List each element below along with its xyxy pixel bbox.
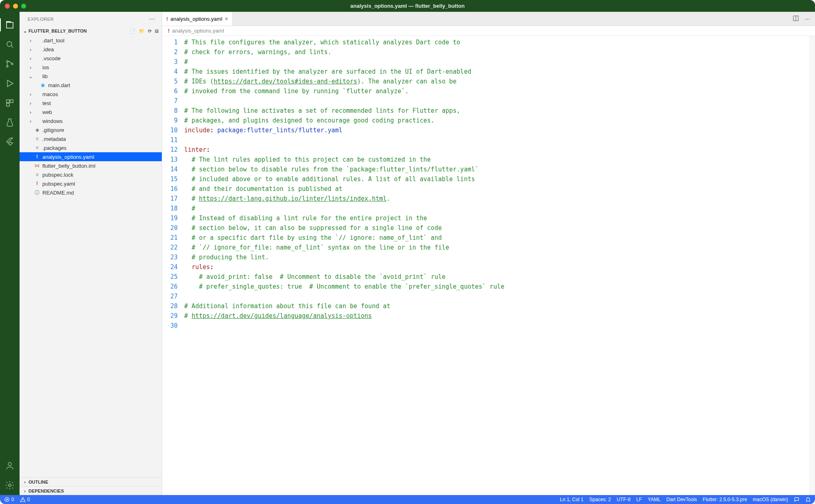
search-activity-icon[interactable]	[0, 35, 20, 54]
tree-item-analysis-options-yaml[interactable]: !analysis_options.yaml	[20, 152, 162, 161]
code-line[interactable]: # section below, it can also be suppress…	[184, 223, 815, 233]
code-line[interactable]: # or a specific dart file by using the `…	[184, 233, 815, 243]
code-line[interactable]	[184, 321, 815, 331]
tree-item-pubspec-lock[interactable]: ≡pubspec.lock	[20, 170, 162, 179]
code-line[interactable]	[184, 96, 815, 106]
tree-item-windows[interactable]: ›windows	[20, 116, 162, 125]
tree-item-test[interactable]: ›test	[20, 99, 162, 107]
status-feedback-icon[interactable]	[794, 497, 800, 502]
sidebar-more-icon[interactable]: ⋯	[149, 15, 156, 23]
tree-item--idea[interactable]: ›.idea	[20, 45, 162, 54]
status-errors[interactable]: 0	[4, 497, 14, 502]
code-line[interactable]: # avoid_print: false # Uncomment to disa…	[184, 272, 815, 282]
code-line[interactable]: linter:	[184, 145, 815, 155]
code-line[interactable]: include: package:flutter_lints/flutter.y…	[184, 125, 815, 135]
new-folder-icon[interactable]: 📁	[139, 28, 145, 34]
code-line[interactable]	[184, 135, 815, 145]
file-tree[interactable]: ›.dart_tool›.idea›.vscode›ios⌄lib◉main.d…	[20, 36, 162, 477]
line-number: 28	[170, 301, 178, 311]
tree-item--gitignore[interactable]: ◆.gitignore	[20, 125, 162, 134]
code-line[interactable]: # `// ignore_for_file: name_of_lint` syn…	[184, 243, 815, 252]
code-line[interactable]: #	[184, 57, 815, 67]
code-line[interactable]: # invoked from the command line by runni…	[184, 86, 815, 96]
source-control-activity-icon[interactable]	[0, 54, 20, 74]
status-bell-icon[interactable]	[805, 497, 811, 502]
code-line[interactable]: # https://dart.dev/guides/language/analy…	[184, 311, 815, 321]
tree-item-pubspec-yaml[interactable]: !pubspec.yaml	[20, 179, 162, 188]
close-tab-icon[interactable]: ×	[225, 15, 228, 22]
code-line[interactable]: # The issues identified by the analyzer …	[184, 67, 815, 77]
code-line[interactable]	[184, 291, 815, 301]
breadcrumb-item[interactable]: analysis_options.yaml	[172, 28, 224, 34]
line-number: 24	[170, 262, 178, 272]
new-file-icon[interactable]: 📄	[130, 28, 136, 34]
explorer-activity-icon[interactable]	[0, 15, 20, 35]
code-lines[interactable]: # This file configures the analyzer, whi…	[184, 36, 815, 332]
refresh-icon[interactable]: ⟳	[148, 28, 152, 34]
code-line[interactable]: # https://dart-lang.github.io/linter/lin…	[184, 194, 815, 204]
status-cursor-position[interactable]: Ln 1, Col 1	[560, 497, 584, 502]
settings-activity-icon[interactable]	[0, 476, 20, 495]
tree-item-readme-md[interactable]: ⓘREADME.md	[20, 188, 162, 197]
tree-item--packages[interactable]: ≡.packages	[20, 143, 162, 152]
code-line[interactable]: #	[184, 204, 815, 213]
flutter-activity-icon[interactable]	[0, 132, 20, 152]
run-debug-activity-icon[interactable]	[0, 74, 20, 93]
tree-item--metadata[interactable]: ≡.metadata	[20, 134, 162, 143]
tree-item--dart-tool[interactable]: ›.dart_tool	[20, 36, 162, 45]
accounts-activity-icon[interactable]	[0, 456, 20, 476]
status-eol[interactable]: LF	[636, 497, 642, 502]
status-language[interactable]: YAML	[648, 497, 661, 502]
window-minimize-button[interactable]	[13, 4, 18, 9]
status-flutter[interactable]: Flutter: 2.5.0-5.3.pre	[703, 497, 747, 502]
tree-item-flutter-belly-button-iml[interactable]: ⋈flutter_belly_button.iml	[20, 161, 162, 170]
tree-item-web[interactable]: ›web	[20, 107, 162, 116]
window-maximize-button[interactable]	[21, 4, 26, 9]
tree-item-label: pubspec.yaml	[42, 181, 75, 187]
breadcrumbs[interactable]: ! analysis_options.yaml	[162, 26, 815, 36]
tab-analysis-options[interactable]: ! analysis_options.yaml ×	[162, 12, 233, 26]
project-section-header[interactable]: ⌄ FLUTTER_BELLY_BUTTON 📄 📁 ⟳ ⊟	[20, 26, 162, 36]
status-encoding[interactable]: UTF-8	[617, 497, 630, 502]
testing-activity-icon[interactable]	[0, 113, 20, 132]
tree-item-label: macos	[42, 91, 58, 97]
code-line[interactable]: # The lint rules applied to this project…	[184, 155, 815, 164]
code-line[interactable]: # included above or to enable additional…	[184, 174, 815, 184]
code-line[interactable]: # IDEs (https://dart.dev/tools#ides-and-…	[184, 77, 815, 86]
code-line[interactable]: # prefer_single_quotes: true # Uncomment…	[184, 282, 815, 291]
tree-item-lib[interactable]: ⌄lib	[20, 72, 162, 81]
code-line[interactable]: # packages, and plugins designed to enco…	[184, 116, 815, 125]
tree-item--vscode[interactable]: ›.vscode	[20, 54, 162, 63]
status-warnings[interactable]: 0	[20, 497, 30, 502]
editor[interactable]: 1234567891011121314151617181920212223242…	[162, 36, 815, 495]
tree-item-label: .idea	[42, 46, 54, 53]
status-spaces[interactable]: Spaces: 2	[589, 497, 611, 502]
line-number: 26	[170, 282, 178, 291]
code-line[interactable]: rules:	[184, 262, 815, 272]
status-os[interactable]: macOS (darwin)	[753, 497, 788, 502]
tab-label: analysis_options.yaml	[170, 16, 222, 22]
collapse-all-icon[interactable]: ⊟	[155, 28, 159, 34]
code-line[interactable]: # This file configures the analyzer, whi…	[184, 37, 815, 47]
editor-more-icon[interactable]: ⋯	[805, 16, 810, 22]
tree-item-ios[interactable]: ›ios	[20, 63, 162, 72]
chevron-down-icon: ⌄	[22, 28, 28, 34]
extensions-activity-icon[interactable]	[0, 93, 20, 113]
code-line[interactable]: # Additional information about this file…	[184, 301, 815, 311]
line-number: 4	[170, 67, 178, 77]
code-line[interactable]: # and their documentation is published a…	[184, 184, 815, 194]
split-editor-icon[interactable]	[793, 15, 799, 23]
tree-item-macos[interactable]: ›macos	[20, 90, 162, 99]
code-line[interactable]: # section below to disable rules from th…	[184, 164, 815, 174]
titlebar[interactable]: analysis_options.yaml — flutter_belly_bu…	[0, 0, 815, 12]
status-devtools[interactable]: Dart DevTools	[666, 497, 697, 502]
minimap[interactable]	[809, 36, 815, 495]
window-close-button[interactable]	[5, 4, 10, 9]
dependencies-section[interactable]: › DEPENDENCIES	[20, 486, 162, 495]
code-line[interactable]: # The following line activates a set of …	[184, 106, 815, 116]
code-line[interactable]: # check for errors, warnings, and lints.	[184, 47, 815, 57]
outline-section[interactable]: › OUTLINE	[20, 477, 162, 486]
code-line[interactable]: # producing the lint.	[184, 252, 815, 262]
tree-item-main-dart[interactable]: ◉main.dart	[20, 81, 162, 90]
code-line[interactable]: # Instead of disabling a lint rule for t…	[184, 213, 815, 223]
